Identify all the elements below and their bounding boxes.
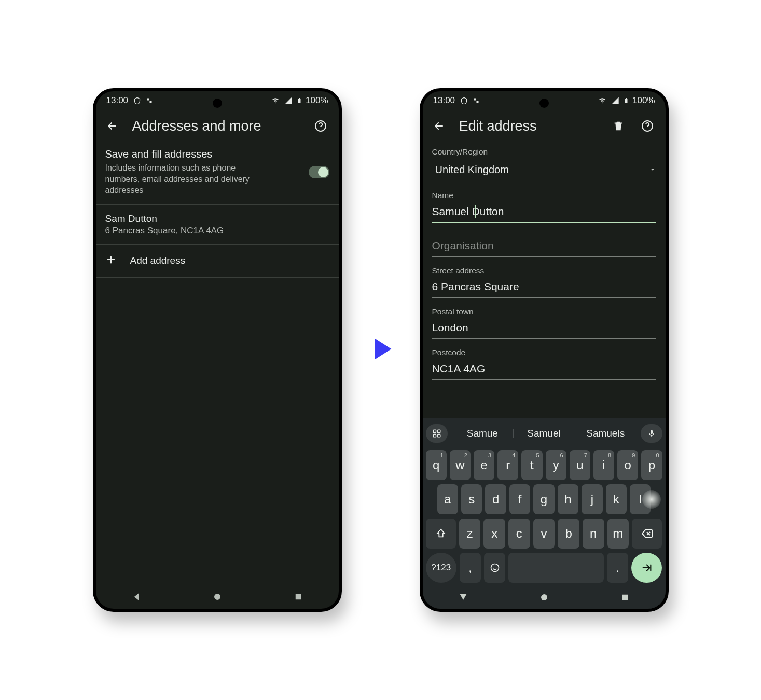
app-bar: Edit address — [423, 110, 666, 142]
status-time: 13:00 — [433, 95, 455, 106]
space-key[interactable] — [508, 553, 603, 583]
key-t[interactable]: t5 — [521, 450, 542, 480]
dot-key[interactable]: . — [607, 553, 628, 583]
suggestion-3[interactable]: Samuels — [575, 428, 637, 439]
battery-icon — [296, 96, 302, 105]
wifi-icon — [597, 96, 607, 105]
key-z[interactable]: z — [459, 519, 481, 549]
key-j[interactable]: j — [582, 484, 602, 514]
save-fill-toggle-row[interactable]: Save and fill addresses Includes informa… — [96, 142, 339, 205]
key-k[interactable]: k — [606, 484, 627, 514]
key-u[interactable]: u7 — [570, 450, 590, 480]
postcode-field[interactable] — [432, 359, 656, 380]
nav-home-icon[interactable] — [539, 593, 549, 604]
back-icon[interactable] — [430, 117, 448, 135]
key-p[interactable]: p0 — [641, 450, 662, 480]
wifi-icon — [270, 96, 281, 105]
playstore-protect-icon — [133, 97, 141, 105]
system-navbar — [423, 588, 666, 609]
add-address-button[interactable]: Add address — [96, 245, 339, 278]
saved-address-row[interactable]: Sam Dutton 6 Pancras Square, NC1A 4AG — [96, 205, 339, 245]
key-o[interactable]: o9 — [617, 450, 638, 480]
svg-rect-9 — [437, 430, 440, 432]
help-icon[interactable] — [312, 117, 329, 135]
keyboard-menu-icon[interactable] — [426, 424, 448, 443]
svg-rect-5 — [474, 99, 476, 101]
save-fill-title: Save and fill addresses — [105, 148, 309, 160]
country-select[interactable]: United Kingdom — [432, 159, 656, 181]
page-title: Edit address — [459, 118, 598, 134]
key-d[interactable]: d — [485, 484, 506, 514]
name-label: Name — [423, 191, 666, 200]
camera-notch — [213, 99, 222, 108]
chevron-down-icon — [649, 164, 656, 176]
nav-back-icon[interactable] — [458, 592, 468, 605]
key-w[interactable]: w2 — [450, 450, 471, 480]
shift-key[interactable] — [426, 519, 456, 549]
nav-recent-icon[interactable] — [620, 593, 630, 604]
plus-icon — [105, 254, 117, 268]
page-title: Addresses and more — [132, 118, 300, 134]
address-line: 6 Pancras Square, NC1A 4AG — [105, 226, 329, 236]
comma-key[interactable]: , — [460, 553, 481, 583]
organisation-field[interactable] — [432, 236, 656, 257]
key-a[interactable]: a — [437, 484, 458, 514]
enter-key[interactable] — [631, 553, 662, 583]
svg-rect-6 — [477, 101, 479, 103]
key-b[interactable]: b — [558, 519, 579, 549]
camera-notch — [539, 99, 549, 108]
nav-back-icon[interactable] — [131, 592, 142, 604]
key-r[interactable]: r4 — [497, 450, 518, 480]
key-f[interactable]: f — [509, 484, 530, 514]
form-content: Country/Region United Kingdom Name Stree… — [423, 142, 666, 609]
name-field[interactable] — [432, 202, 656, 223]
svg-rect-10 — [433, 435, 436, 437]
status-battery-pct: 100% — [632, 95, 655, 106]
backspace-key[interactable] — [632, 519, 662, 549]
suggestion-2[interactable]: Samuel — [513, 428, 575, 439]
nav-recent-icon[interactable] — [294, 592, 303, 604]
delete-icon[interactable] — [610, 117, 627, 135]
svg-point-12 — [491, 564, 499, 572]
key-m[interactable]: m — [607, 519, 629, 549]
key-c[interactable]: c — [508, 519, 530, 549]
status-misc-icon — [146, 97, 153, 104]
town-field[interactable] — [432, 318, 656, 339]
text-caret-icon — [475, 205, 476, 218]
key-v[interactable]: v — [533, 519, 555, 549]
key-y[interactable]: y6 — [546, 450, 566, 480]
name-field-wrap — [432, 202, 656, 223]
key-n[interactable]: n — [583, 519, 604, 549]
phone-left: 13:00 100% Addresses and more — [93, 88, 342, 612]
country-value: United Kingdom — [435, 164, 509, 176]
save-fill-subtitle: Includes information such as phone numbe… — [105, 162, 272, 196]
suggestion-1[interactable]: Samue — [452, 428, 514, 439]
svg-rect-1 — [150, 101, 152, 103]
system-navbar — [96, 586, 339, 609]
transition-arrow-icon — [363, 326, 399, 374]
key-i[interactable]: i8 — [593, 450, 614, 480]
keyboard-row-2: asdfghjkl — [426, 484, 662, 514]
key-x[interactable]: x — [483, 519, 505, 549]
numswitch-key[interactable]: ?123 — [426, 553, 457, 583]
svg-rect-8 — [433, 430, 436, 432]
help-icon[interactable] — [639, 117, 656, 135]
postcode-label: Postcode — [423, 348, 666, 357]
mic-icon[interactable] — [641, 424, 662, 443]
suggestion-bar: Samue Samuel Samuels — [426, 421, 662, 446]
key-l[interactable]: l — [630, 484, 651, 514]
street-field[interactable] — [432, 277, 656, 298]
svg-rect-11 — [437, 435, 440, 437]
key-g[interactable]: g — [533, 484, 554, 514]
key-q[interactable]: q1 — [426, 450, 447, 480]
svg-rect-4 — [296, 594, 301, 599]
key-e[interactable]: e3 — [474, 450, 494, 480]
town-label: Postal town — [423, 307, 666, 316]
cell-signal-icon — [284, 96, 293, 105]
nav-home-icon[interactable] — [213, 592, 222, 604]
back-icon[interactable] — [103, 117, 121, 135]
key-h[interactable]: h — [558, 484, 578, 514]
toggle-on-icon[interactable] — [309, 166, 329, 178]
key-s[interactable]: s — [461, 484, 482, 514]
emoji-key[interactable] — [484, 553, 505, 583]
